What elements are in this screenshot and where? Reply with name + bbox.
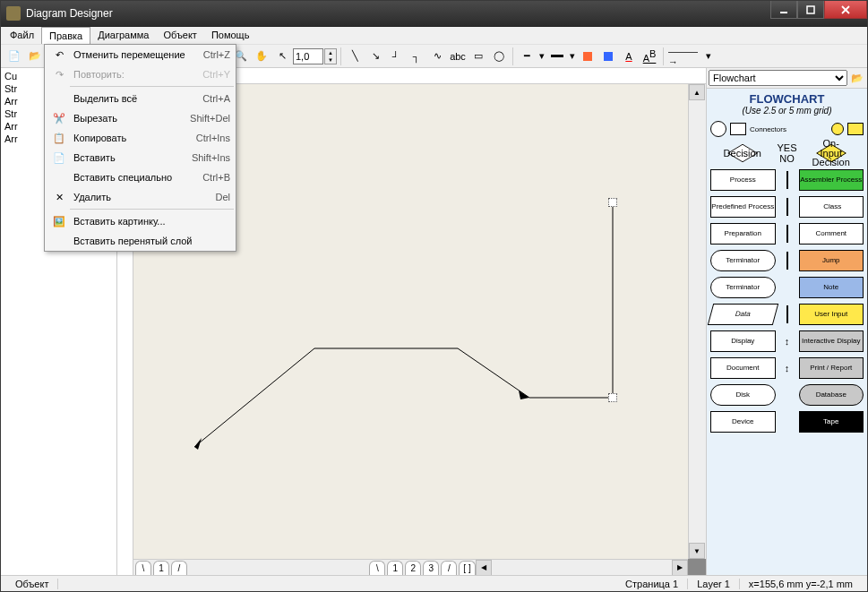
shape-class[interactable]: Class	[799, 196, 864, 218]
page-tab-2[interactable]: 2	[405, 561, 421, 575]
menuitem-вставить-перенятый-слой[interactable]: Вставить перенятый слой	[45, 231, 236, 251]
palette-body[interactable]: FLOWCHART (Use 2.5 or 5 mm grid) Connect…	[707, 88, 867, 575]
svg-marker-4	[194, 438, 202, 450]
menu-edit-dropdown: ↶Отменить перемещениеCtrl+Z↷Повторить:Ct…	[44, 44, 236, 252]
menuitem-вырезать[interactable]: ✂️ВырезатьShift+Del	[45, 108, 236, 128]
menuitem-вставить-специально[interactable]: Вставить специальноCtrl+B	[45, 167, 236, 187]
rect-tool[interactable]: ▭	[468, 47, 488, 66]
shape-print[interactable]: Print / Report	[799, 357, 864, 379]
connector2-tool[interactable]: ┐	[407, 47, 426, 66]
shape-note[interactable]: Note	[799, 277, 864, 298]
curve-tool[interactable]: ∿	[427, 47, 447, 66]
zoom-input[interactable]	[293, 48, 323, 64]
shape-process[interactable]: Process	[710, 169, 776, 191]
cut-icon: ✂️	[50, 113, 68, 124]
page-tab-3[interactable]: 3	[423, 561, 439, 575]
fill2-button[interactable]	[598, 47, 618, 66]
text-tool[interactable]: abc	[448, 47, 468, 66]
scrollbar-vertical[interactable]: ▲▼	[688, 84, 706, 559]
fill1-button[interactable]	[578, 47, 597, 66]
shape-data[interactable]: Data	[708, 304, 778, 325]
shape-tape[interactable]: Tape	[799, 411, 864, 433]
menu-help[interactable]: Помощь	[204, 27, 257, 44]
status-mode: Объект	[6, 579, 58, 589]
menu-object[interactable]: Объект	[156, 27, 203, 44]
page-tabs-scroll: \ 1 / \ 1 2 3 / [ ] ◀▶	[133, 559, 688, 575]
shape-jump[interactable]: Jump	[799, 250, 864, 271]
shape-oninput-decision[interactable]: On-Input Decision	[816, 144, 847, 162]
page-tab[interactable]: /	[441, 561, 457, 575]
shape-connector-offpage[interactable]	[730, 123, 746, 135]
menu-edit[interactable]: Правка	[41, 27, 90, 44]
line-tool[interactable]: ╲	[345, 47, 365, 66]
status-coords: x=155,6 mm y=-2,1 mm	[740, 579, 862, 589]
shape-idisplay[interactable]: Interactive Display	[799, 330, 864, 352]
menu-diagram[interactable]: Диаграмма	[90, 27, 156, 44]
page-tab-1[interactable]: 1	[153, 561, 169, 575]
shape-terminator[interactable]: Terminator	[710, 250, 776, 271]
shape-display[interactable]: Display	[710, 330, 776, 352]
shape-connector-circle-y[interactable]	[831, 123, 844, 135]
svg-rect-1	[807, 6, 814, 13]
arrowstyle-button[interactable]: ———→	[667, 47, 703, 66]
delete-icon: ✕	[50, 192, 68, 203]
shape-document[interactable]: Document	[710, 357, 776, 379]
menuitem-выделить-вс-[interactable]: Выделить всёCtrl+A	[45, 89, 236, 108]
connector1-tool[interactable]: ┘	[386, 47, 406, 66]
status-layer: Layer 1	[688, 579, 740, 589]
menuitem-вставить-картинку-[interactable]: 🖼️Вставить картинку...	[45, 211, 236, 231]
linestyle-button[interactable]: ━	[517, 47, 537, 66]
palette-pane: Flowchart 📂 FLOWCHART (Use 2.5 or 5 mm g…	[706, 68, 867, 575]
arrow-tool[interactable]: ↘	[365, 47, 385, 66]
app-icon	[6, 6, 21, 21]
palette-title: FLOWCHART	[710, 92, 864, 106]
menuitem-повторить-: ↷Повторить:Ctrl+Y	[45, 64, 236, 84]
shape-disk[interactable]: Disk	[710, 384, 776, 406]
select-tool-button[interactable]: ↖	[272, 47, 292, 66]
shape-predefined[interactable]: Predefined Process	[710, 196, 776, 218]
sep	[512, 47, 513, 65]
svg-marker-5	[519, 390, 529, 399]
zoom-stepper[interactable]: ▲▼	[324, 48, 337, 64]
linecolor-button[interactable]	[547, 47, 567, 66]
window-buttons	[770, 1, 867, 26]
shape-terminator2[interactable]: Terminator	[710, 277, 776, 298]
minimize-button[interactable]	[770, 1, 797, 19]
shape-connector-circle[interactable]	[710, 121, 726, 137]
palette-open-button[interactable]: 📂	[849, 70, 865, 86]
shape-database[interactable]: Database	[799, 384, 864, 406]
menu-file[interactable]: Файл	[3, 27, 41, 44]
menuitem-отменить-перемещение[interactable]: ↶Отменить перемещениеCtrl+Z	[45, 45, 236, 64]
maximize-button[interactable]	[797, 1, 824, 19]
menubar: Файл Правка Диаграмма Объект Помощь	[1, 27, 867, 45]
selection-handle[interactable]	[608, 393, 617, 402]
shape-userinput[interactable]: User Input	[799, 304, 864, 325]
open-button[interactable]: 📂	[25, 47, 45, 66]
menuitem-копировать[interactable]: 📋КопироватьCtrl+Ins	[45, 128, 236, 148]
palette-select[interactable]: Flowchart	[709, 70, 847, 86]
statusbar: Объект Страница 1 Layer 1 x=155,6 mm y=-…	[1, 575, 867, 591]
new-button[interactable]: 📄	[4, 47, 24, 66]
page-tab-1b[interactable]: 1	[387, 561, 403, 575]
shape-device[interactable]: Device	[710, 411, 776, 433]
page-tab[interactable]: \	[135, 561, 151, 575]
menuitem-удалить[interactable]: ✕УдалитьDel	[45, 187, 236, 207]
connectors-label: Connectors	[750, 125, 828, 133]
shape-comment[interactable]: Comment	[799, 223, 864, 245]
textcolor-button[interactable]: A	[619, 47, 639, 66]
pan-tool-button[interactable]: ✋	[252, 47, 271, 66]
close-button[interactable]	[824, 1, 867, 19]
redo-icon: ↷	[50, 69, 68, 81]
page-tab[interactable]: [ ]	[459, 561, 475, 575]
shape-connector-offpage-y[interactable]	[847, 123, 864, 135]
shape-decision[interactable]: Decision	[727, 144, 758, 162]
shape-preparation[interactable]: Preparation	[710, 223, 776, 245]
page-tab[interactable]: \	[369, 561, 385, 575]
menuitem-вставить[interactable]: 📄ВставитьShift+Ins	[45, 148, 236, 167]
selection-handle[interactable]	[608, 198, 617, 207]
sep	[340, 47, 341, 65]
ellipse-tool[interactable]: ◯	[489, 47, 509, 66]
shape-assembler[interactable]: Assembler Process	[799, 169, 864, 191]
page-tab[interactable]: /	[171, 561, 187, 575]
format-button[interactable]: AB	[640, 47, 659, 66]
